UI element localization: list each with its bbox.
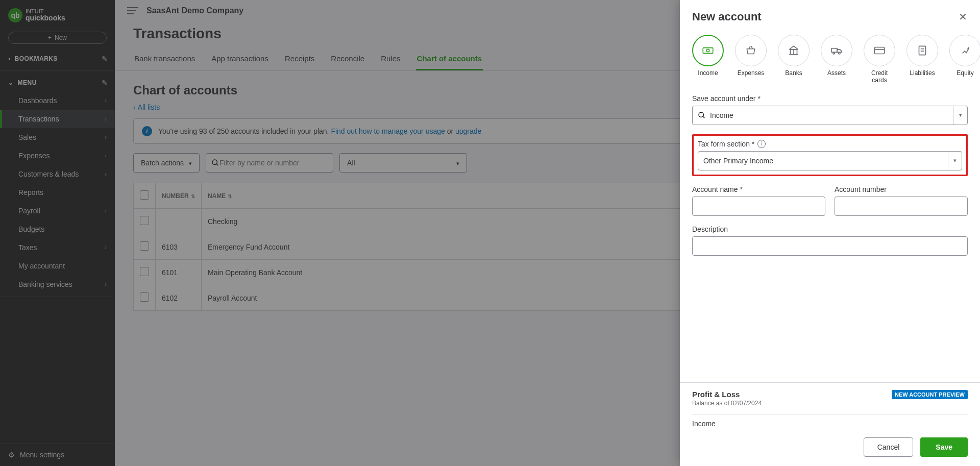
preview-badge: NEW ACCOUNT PREVIEW (892, 390, 968, 399)
save-under-combo[interactable] (692, 106, 968, 125)
account-type-credit-cards[interactable]: Creditcards (864, 35, 895, 84)
bank-icon (778, 35, 810, 66)
panel-title: New account (692, 10, 762, 23)
account-type-liabilities[interactable]: Liabilities (906, 35, 938, 84)
account-type-assets[interactable]: Assets (821, 35, 852, 84)
svg-point-3 (706, 49, 709, 52)
tax-section-highlight: Tax form section * i (692, 134, 968, 176)
account-name-input[interactable] (692, 197, 825, 216)
account-type-expenses[interactable]: Expenses (735, 35, 767, 84)
chevron-down-icon[interactable] (948, 152, 957, 170)
description-label: Description (692, 225, 968, 233)
search-icon (698, 111, 706, 119)
svg-point-12 (699, 112, 703, 117)
card-icon (864, 35, 895, 66)
truck-icon (821, 35, 852, 66)
svg-point-6 (839, 53, 840, 54)
account-name-label: Account name * (692, 185, 825, 193)
account-number-input[interactable] (835, 197, 968, 216)
description-input[interactable] (692, 236, 968, 256)
preview-group: Income (692, 420, 968, 428)
chevron-down-icon[interactable] (953, 106, 962, 125)
pl-title: Profit & Loss (692, 390, 762, 399)
type-label: Banks (785, 69, 802, 77)
svg-rect-2 (703, 48, 713, 54)
tax-section-input[interactable] (703, 157, 944, 165)
save-under-input[interactable] (710, 111, 949, 119)
account-type-banks[interactable]: Banks (778, 35, 810, 84)
svg-point-5 (833, 53, 835, 54)
svg-rect-9 (919, 46, 926, 55)
type-label: Income (698, 69, 718, 77)
money-icon (692, 35, 724, 66)
type-label: Expenses (738, 69, 765, 77)
tax-section-combo[interactable] (698, 151, 962, 170)
pl-subtitle: Balance as of 02/07/2024 (692, 400, 762, 407)
svg-line-13 (703, 116, 704, 118)
account-type-income[interactable]: Income (692, 35, 724, 84)
equity-icon (949, 35, 980, 66)
account-number-label: Account number (835, 185, 968, 193)
doc-icon (906, 35, 938, 66)
svg-rect-7 (874, 47, 885, 54)
close-icon[interactable]: ✕ (958, 12, 968, 22)
type-label: Liabilities (910, 69, 935, 77)
basket-icon (735, 35, 767, 66)
new-account-panel: New account ✕ Income Expenses Banks Asse… (680, 0, 980, 466)
account-type-equity[interactable]: Equity (949, 35, 980, 84)
svg-rect-4 (831, 48, 837, 53)
cancel-button[interactable]: Cancel (864, 437, 914, 457)
account-type-row: Income Expenses Banks Assets Creditcards… (680, 28, 980, 84)
save-under-label: Save account under * (692, 94, 968, 103)
type-label: Assets (827, 69, 846, 77)
info-icon[interactable]: i (757, 140, 766, 148)
tax-section-label-row: Tax form section * i (698, 140, 962, 148)
save-button[interactable]: Save (920, 437, 968, 457)
tax-section-label: Tax form section * (698, 140, 754, 148)
type-label: Creditcards (871, 69, 888, 84)
type-label: Equity (957, 69, 973, 77)
preview-section: Profit & Loss Balance as of 02/07/2024 N… (680, 382, 980, 428)
